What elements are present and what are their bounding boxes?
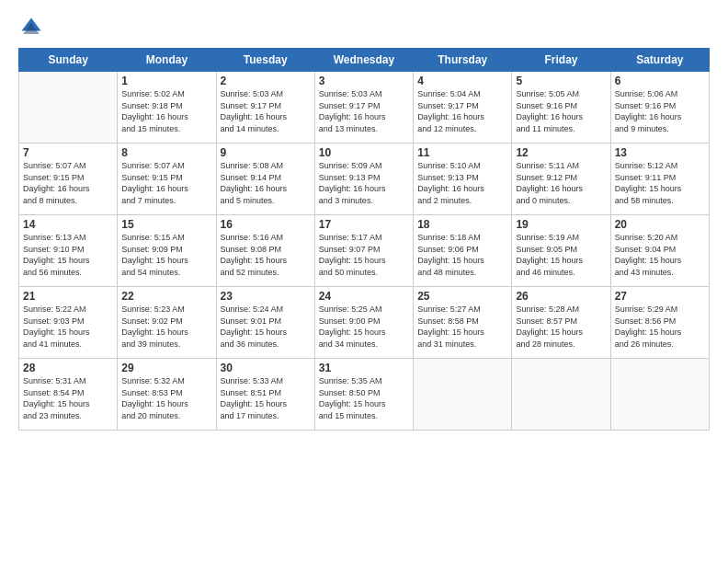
day-info: Sunrise: 5:33 AM Sunset: 8:51 PM Dayligh… (221, 375, 311, 421)
day-info: Sunrise: 5:19 AM Sunset: 9:05 PM Dayligh… (516, 232, 606, 278)
day-info: Sunrise: 5:24 AM Sunset: 9:01 PM Dayligh… (221, 304, 311, 350)
calendar-cell: 23Sunrise: 5:24 AM Sunset: 9:01 PM Dayli… (216, 287, 314, 359)
calendar-cell: 22Sunrise: 5:23 AM Sunset: 9:02 PM Dayli… (118, 287, 216, 359)
calendar-week: 14Sunrise: 5:13 AM Sunset: 9:10 PM Dayli… (19, 215, 710, 287)
day-number: 31 (319, 362, 409, 374)
day-info: Sunrise: 5:07 AM Sunset: 9:15 PM Dayligh… (121, 160, 211, 206)
day-info: Sunrise: 5:13 AM Sunset: 9:10 PM Dayligh… (23, 232, 113, 278)
day-info: Sunrise: 5:08 AM Sunset: 9:14 PM Dayligh… (221, 160, 311, 206)
day-number: 11 (417, 146, 507, 159)
calendar-cell: 25Sunrise: 5:27 AM Sunset: 8:58 PM Dayli… (414, 287, 512, 359)
day-number: 21 (23, 290, 113, 303)
day-info: Sunrise: 5:20 AM Sunset: 9:04 PM Dayligh… (615, 232, 705, 278)
day-info: Sunrise: 5:02 AM Sunset: 9:18 PM Dayligh… (121, 88, 211, 134)
day-header: Wednesday (314, 49, 413, 72)
day-number: 24 (319, 290, 409, 303)
day-info: Sunrise: 5:27 AM Sunset: 8:58 PM Dayligh… (417, 304, 507, 350)
day-info: Sunrise: 5:28 AM Sunset: 8:57 PM Dayligh… (516, 304, 606, 350)
day-number: 8 (121, 146, 211, 159)
day-info: Sunrise: 5:15 AM Sunset: 9:09 PM Dayligh… (121, 232, 211, 278)
day-info: Sunrise: 5:03 AM Sunset: 9:17 PM Dayligh… (221, 88, 311, 134)
day-number: 15 (121, 218, 211, 231)
logo (18, 15, 48, 40)
header (18, 15, 710, 40)
calendar-cell: 26Sunrise: 5:28 AM Sunset: 8:57 PM Dayli… (512, 287, 610, 359)
day-info: Sunrise: 5:22 AM Sunset: 9:03 PM Dayligh… (23, 304, 113, 350)
day-info: Sunrise: 5:04 AM Sunset: 9:17 PM Dayligh… (417, 88, 507, 134)
day-number: 30 (221, 362, 311, 374)
day-number: 2 (221, 75, 311, 87)
day-number: 3 (319, 75, 409, 87)
day-info: Sunrise: 5:31 AM Sunset: 8:54 PM Dayligh… (23, 375, 113, 421)
calendar-week: 28Sunrise: 5:31 AM Sunset: 8:54 PM Dayli… (19, 359, 710, 431)
day-number: 6 (615, 75, 705, 87)
day-info: Sunrise: 5:25 AM Sunset: 9:00 PM Dayligh… (319, 304, 409, 350)
day-number: 29 (121, 362, 211, 374)
day-header: Monday (118, 49, 216, 72)
calendar-cell: 2Sunrise: 5:03 AM Sunset: 9:17 PM Daylig… (216, 72, 314, 144)
calendar-cell: 30Sunrise: 5:33 AM Sunset: 8:51 PM Dayli… (216, 359, 314, 431)
day-info: Sunrise: 5:12 AM Sunset: 9:11 PM Dayligh… (615, 160, 705, 206)
day-info: Sunrise: 5:16 AM Sunset: 9:08 PM Dayligh… (221, 232, 311, 278)
day-info: Sunrise: 5:29 AM Sunset: 8:56 PM Dayligh… (615, 304, 705, 350)
calendar-cell (414, 359, 512, 431)
day-number: 7 (23, 146, 113, 159)
calendar-cell: 21Sunrise: 5:22 AM Sunset: 9:03 PM Dayli… (19, 287, 118, 359)
day-number: 27 (615, 290, 705, 303)
calendar-cell: 9Sunrise: 5:08 AM Sunset: 9:14 PM Daylig… (216, 144, 314, 215)
day-number: 18 (417, 218, 507, 231)
calendar-cell: 27Sunrise: 5:29 AM Sunset: 8:56 PM Dayli… (610, 287, 709, 359)
calendar-cell: 3Sunrise: 5:03 AM Sunset: 9:17 PM Daylig… (314, 72, 413, 144)
calendar-week: 1Sunrise: 5:02 AM Sunset: 9:18 PM Daylig… (19, 72, 710, 144)
calendar-cell: 13Sunrise: 5:12 AM Sunset: 9:11 PM Dayli… (610, 144, 709, 215)
calendar-cell: 15Sunrise: 5:15 AM Sunset: 9:09 PM Dayli… (118, 215, 216, 287)
calendar-cell: 17Sunrise: 5:17 AM Sunset: 9:07 PM Dayli… (314, 215, 413, 287)
calendar-cell: 1Sunrise: 5:02 AM Sunset: 9:18 PM Daylig… (118, 72, 216, 144)
day-number: 16 (221, 218, 311, 231)
day-number: 22 (121, 290, 211, 303)
day-number: 4 (417, 75, 507, 87)
day-info: Sunrise: 5:35 AM Sunset: 8:50 PM Dayligh… (319, 375, 409, 421)
day-number: 13 (615, 146, 705, 159)
calendar-cell: 18Sunrise: 5:18 AM Sunset: 9:06 PM Dayli… (414, 215, 512, 287)
calendar-week: 7Sunrise: 5:07 AM Sunset: 9:15 PM Daylig… (19, 144, 710, 215)
day-info: Sunrise: 5:03 AM Sunset: 9:17 PM Dayligh… (319, 88, 409, 134)
day-header: Saturday (610, 49, 709, 72)
day-info: Sunrise: 5:06 AM Sunset: 9:16 PM Dayligh… (615, 88, 705, 134)
day-number: 12 (516, 146, 606, 159)
calendar: SundayMondayTuesdayWednesdayThursdayFrid… (18, 48, 710, 431)
calendar-cell: 19Sunrise: 5:19 AM Sunset: 9:05 PM Dayli… (512, 215, 610, 287)
day-number: 10 (319, 146, 409, 159)
day-info: Sunrise: 5:10 AM Sunset: 9:13 PM Dayligh… (417, 160, 507, 206)
day-number: 5 (516, 75, 606, 87)
calendar-cell (610, 359, 709, 431)
calendar-cell: 28Sunrise: 5:31 AM Sunset: 8:54 PM Dayli… (19, 359, 118, 431)
calendar-cell: 10Sunrise: 5:09 AM Sunset: 9:13 PM Dayli… (314, 144, 413, 215)
day-info: Sunrise: 5:11 AM Sunset: 9:12 PM Dayligh… (516, 160, 606, 206)
calendar-cell: 29Sunrise: 5:32 AM Sunset: 8:53 PM Dayli… (118, 359, 216, 431)
calendar-cell: 6Sunrise: 5:06 AM Sunset: 9:16 PM Daylig… (610, 72, 709, 144)
day-number: 14 (23, 218, 113, 231)
calendar-cell: 31Sunrise: 5:35 AM Sunset: 8:50 PM Dayli… (314, 359, 413, 431)
day-header: Friday (512, 49, 610, 72)
calendar-cell: 24Sunrise: 5:25 AM Sunset: 9:00 PM Dayli… (314, 287, 413, 359)
logo-icon (18, 15, 44, 40)
calendar-cell (512, 359, 610, 431)
day-info: Sunrise: 5:05 AM Sunset: 9:16 PM Dayligh… (516, 88, 606, 134)
calendar-cell: 4Sunrise: 5:04 AM Sunset: 9:17 PM Daylig… (414, 72, 512, 144)
page: SundayMondayTuesdayWednesdayThursdayFrid… (0, 0, 728, 563)
day-number: 9 (221, 146, 311, 159)
day-number: 17 (319, 218, 409, 231)
day-number: 20 (615, 218, 705, 231)
day-info: Sunrise: 5:18 AM Sunset: 9:06 PM Dayligh… (417, 232, 507, 278)
day-header: Tuesday (216, 49, 314, 72)
calendar-cell: 20Sunrise: 5:20 AM Sunset: 9:04 PM Dayli… (610, 215, 709, 287)
calendar-cell: 11Sunrise: 5:10 AM Sunset: 9:13 PM Dayli… (414, 144, 512, 215)
day-number: 25 (417, 290, 507, 303)
calendar-cell (19, 72, 118, 144)
calendar-cell: 7Sunrise: 5:07 AM Sunset: 9:15 PM Daylig… (19, 144, 118, 215)
day-number: 28 (23, 362, 113, 374)
calendar-cell: 16Sunrise: 5:16 AM Sunset: 9:08 PM Dayli… (216, 215, 314, 287)
day-number: 19 (516, 218, 606, 231)
day-number: 1 (121, 75, 211, 87)
